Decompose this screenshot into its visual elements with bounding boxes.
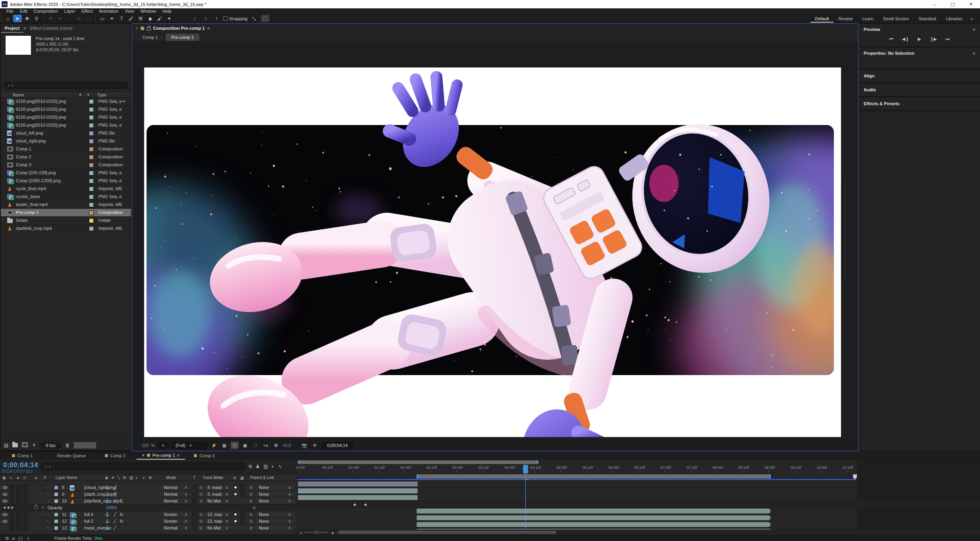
number-column[interactable]: # [44,476,46,480]
parent-pickwhip-icon[interactable]: ◎ [249,512,253,516]
type-tool-icon[interactable]: T [117,15,126,22]
layer-row[interactable]: ›11full 6⚓╱fxScreen∨◎13. mas∨◎None∨ [0,511,296,518]
pin-bend-icon[interactable]: ⚷ [190,15,199,22]
blend-mode-dropdown[interactable]: Normal∨ [161,498,190,504]
workspace-tab[interactable]: Review [833,15,857,22]
preview-panel-title[interactable]: Preview [864,27,880,32]
label-color-chip[interactable] [89,210,94,215]
expand-arrow-icon[interactable]: › [47,485,48,489]
label-color-chip[interactable] [89,187,94,191]
timeline-tab[interactable]: Render Queue ≡ [44,452,96,460]
layer-visibility-eye-icon[interactable] [2,486,8,489]
quality-toggle-icon[interactable]: ╱ [114,526,116,531]
preserve-transparency-checkbox[interactable] [192,519,197,524]
label-color-chip[interactable] [89,226,94,231]
menu-item[interactable]: Help [159,9,175,13]
transparency-grid-icon[interactable]: ▦ [220,442,228,449]
playhead-line[interactable] [525,464,526,530]
project-item-row[interactable]: starfield_crop.mp4 Importe..ME ⏛ [1,225,131,233]
layer-visibility-eye-icon[interactable] [2,520,8,523]
show-snapshot-icon[interactable]: 👁 [311,442,319,449]
quality-toggle-icon[interactable]: ╱ [114,485,116,490]
video-column-icon[interactable]: ◉ [2,476,6,480]
color-depth-button[interactable]: 8 bpc [41,442,61,449]
blend-mode-dropdown[interactable]: Normal∨ [161,491,190,497]
matte-alpha-icon[interactable] [233,492,238,497]
layer-name[interactable]: [starfield_crop.mp4] [84,499,123,503]
keyframe-icon[interactable]: ◆ [364,502,367,506]
close-button[interactable]: ✕ [962,0,980,8]
title-bar[interactable]: Ae Adobe After Effects 2025 - C:\Users\T… [0,0,980,8]
pan-camera-tool-icon[interactable]: ✛ [56,15,64,22]
selection-tool-icon[interactable]: ➤ [13,15,22,22]
zoom-dropdown[interactable]: ∨ [157,442,169,449]
breadcrumb-current[interactable]: Pre-comp 1 [166,34,199,41]
matte-pickwhip-icon[interactable]: ◎ [199,512,203,516]
properties-panel-title[interactable]: Properties: No Selection [864,51,914,56]
layer-visibility-eye-icon[interactable] [2,500,8,502]
pin-starch-icon[interactable]: ⚴ [201,15,210,22]
tab-project[interactable]: Project [1,24,23,33]
switches-shy-icon[interactable]: ♟ [105,476,108,480]
quality-toggle-icon[interactable]: ╱ [114,512,116,517]
menu-item[interactable]: View [122,9,137,13]
previous-frame-icon[interactable]: ◀❙ [902,37,909,42]
label-color-chip[interactable] [89,163,94,167]
blend-mode-dropdown[interactable]: Screen∨ [161,518,190,524]
layer-visibility-eye-icon[interactable] [2,493,8,496]
expand-arrow-icon[interactable]: › [47,512,48,516]
layer-name[interactable]: [starfi..crop.mp4] [84,492,117,497]
shy-toggle-icon[interactable]: ⚓ [105,526,110,530]
timeline-tab[interactable]: Comp 2 ≡ [97,452,136,460]
menu-item[interactable]: Window [137,9,159,13]
shape-tool-icon[interactable]: ▭ [98,15,107,22]
layer-name[interactable]: full 2 [84,519,93,524]
workspace-tab[interactable]: Default [810,15,834,23]
camera-tool-icon[interactable]: ⬚ [84,15,93,22]
workspace-tab[interactable]: Small Screen [878,15,914,22]
properties-panel-menu-icon[interactable]: ≡ [973,51,975,56]
menu-item[interactable]: File [3,9,17,13]
project-item-row[interactable]: › Solids Folder ⏛ [1,217,131,225]
parent-link-dropdown[interactable]: None∨ [256,491,294,497]
preserve-transparency-checkbox[interactable] [192,485,197,490]
snap-options-icon[interactable]: ⤡ [250,15,259,22]
project-item-row[interactable]: Comp [100-139].png PNG Seq..e ⏛ [1,169,131,177]
exposure-value[interactable]: +0.0 [282,443,291,448]
layer-row-partial[interactable] [0,481,296,484]
puppet-pin-tool-icon[interactable]: ✦ [165,15,174,22]
preserve-transparency-checkbox[interactable] [192,512,197,517]
layer-label-chip[interactable] [54,519,58,524]
track-matte-dropdown[interactable]: 13. mas∨ [205,512,230,517]
layer-bar-full2[interactable] [417,515,771,520]
hand-tool-icon[interactable]: ✥ [23,15,31,22]
label-color-chip[interactable] [89,155,94,160]
project-item-row[interactable]: Comp 3 Composition ⏛ [1,161,131,169]
play-icon[interactable]: ▶ [918,37,921,42]
expand-arrow-icon[interactable]: › [47,526,48,529]
track-matte-dropdown[interactable]: 4. mask∨ [205,485,230,490]
matte-pickwhip-icon[interactable]: ◎ [199,526,203,530]
quality-toggle-icon[interactable]: ╱ [114,492,116,497]
snapping-checkbox[interactable] [223,16,228,21]
menu-item[interactable]: Composition [31,9,61,13]
matte-pickwhip-icon[interactable]: ◎ [199,492,203,496]
label-color-chip[interactable] [89,202,94,207]
layer-bar-full6[interactable] [417,508,771,514]
keyframe-navigator[interactable]: ◀◆▶ [3,506,15,509]
graph-editor-icon[interactable]: ∿ [278,464,282,469]
timeline-horizontal-scrollbar[interactable] [338,531,556,534]
project-item-row[interactable]: 0150.png[0010-0150].png PNG Seq..e ⏛ [1,106,131,114]
adjustment-icon[interactable]: 🖈 [32,443,37,448]
matte-pickwhip-icon[interactable]: ◎ [199,519,203,523]
preview-panel-menu-icon[interactable]: ≡ [973,27,975,32]
time-ruler[interactable]: 0:00f00:15f01:00f01:15f02:00f02:15f03:00… [296,464,980,474]
label-color-chip[interactable] [89,131,94,136]
timeline-graph-area[interactable]: 0:00f00:15f01:00f01:15f02:00f02:15f03:00… [296,460,980,535]
zoom-in-mountain-icon[interactable]: ▲ [331,530,335,535]
timeline-column-headers[interactable]: ◉ ◖ ● ⚿ ⬧ # Layer Name ♟ ☀ ╲ fx ▥ ◐ ◑ ⊕ … [0,474,296,481]
snapshot-icon[interactable]: 📷 [301,442,309,449]
minimize-button[interactable]: – [925,0,943,8]
project-item-row[interactable]: Comp [1000-1209].png PNG Seq..e ⏛ [1,177,131,185]
project-item-row[interactable]: cycles_base PNG Seq..e ⏛ [1,193,131,201]
